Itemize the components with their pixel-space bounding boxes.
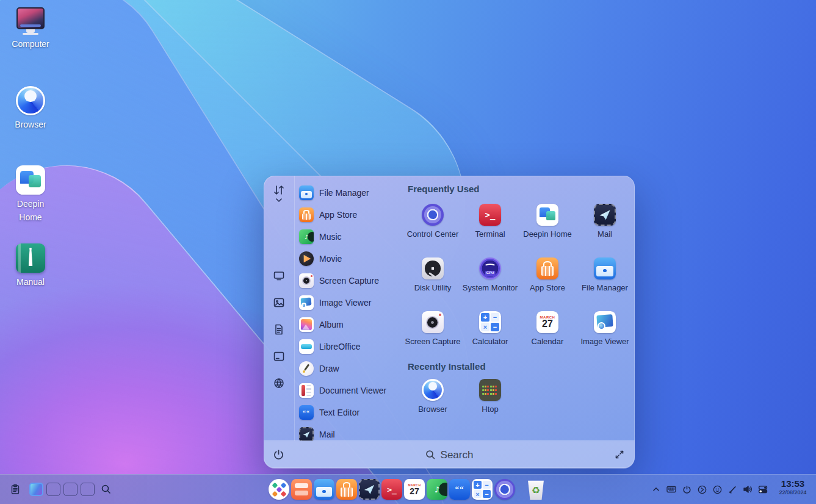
- chevron-up-icon[interactable]: [651, 484, 662, 495]
- app-list-item-music[interactable]: ♪ Music: [298, 226, 405, 248]
- grid-app-htop[interactable]: Htop: [461, 379, 519, 414]
- grid-app-terminal[interactable]: >_ Terminal: [461, 204, 519, 239]
- multitasking-view-icon[interactable]: [10, 484, 21, 495]
- grid-app-file-manager[interactable]: File Manager: [576, 257, 634, 293]
- desktop-icon-computer[interactable]: Computer: [9, 7, 52, 51]
- grid-app-screen-capture[interactable]: Screen Capture: [404, 311, 461, 347]
- app-list-item-movie[interactable]: Movie: [298, 248, 405, 270]
- app-list-item-album[interactable]: Album: [298, 314, 405, 336]
- workspace-preview-4[interactable]: [81, 483, 95, 496]
- desktop-icon-label: Computer: [12, 38, 49, 51]
- grid-app-browser[interactable]: Browser: [404, 379, 461, 414]
- app-list-item-text-editor[interactable]: ““ Text Editor: [298, 401, 405, 423]
- taskbar-left-group: [10, 475, 112, 504]
- app-store-icon[interactable]: [336, 479, 357, 500]
- clock-time: 13:53: [774, 478, 812, 489]
- desktop-icon-label: Manual: [16, 276, 45, 289]
- app-list-item-app-store[interactable]: App Store: [298, 204, 405, 226]
- power-icon[interactable]: [681, 484, 692, 495]
- launcher-category-rail: [264, 176, 295, 441]
- calculator-icon: [479, 311, 501, 333]
- app-label: Text Editor: [319, 408, 359, 417]
- screen-capture-icon: [299, 273, 314, 288]
- grid-app-app-store[interactable]: App Store: [519, 257, 576, 293]
- app-list-item-libreoffice[interactable]: LibreOffice: [298, 336, 405, 358]
- search-icon: [425, 450, 436, 460]
- calculator-icon[interactable]: [472, 479, 493, 500]
- keyboard-icon[interactable]: [666, 484, 677, 495]
- launcher-bottom-bar: Search: [264, 441, 635, 469]
- app-grid-icon[interactable]: [291, 479, 312, 500]
- category-terminal-icon[interactable]: [271, 348, 287, 364]
- taskbar-clock[interactable]: 13:53 22/08/2024: [774, 478, 812, 496]
- file-manager-icon: [299, 185, 314, 200]
- clock-date: 22/08/2024: [774, 489, 812, 496]
- app-store-icon: [299, 207, 314, 222]
- pen-icon[interactable]: [727, 484, 738, 495]
- deepin-home-icon: [16, 165, 45, 195]
- app-list-item-screen-capture[interactable]: Screen Capture: [298, 270, 405, 292]
- workspace-preview-3[interactable]: [63, 483, 78, 496]
- app-label: Movie: [319, 254, 342, 264]
- volume-icon[interactable]: [742, 484, 753, 495]
- grid-app-system-monitor[interactable]: CPU System Monitor: [461, 257, 519, 293]
- app-label: LibreOffice: [319, 342, 360, 351]
- trash-icon[interactable]: ♻: [525, 480, 546, 500]
- system-tray: [651, 475, 768, 504]
- assistant-icon[interactable]: [712, 484, 723, 495]
- mail-icon[interactable]: [359, 479, 380, 500]
- grid-app-disk-utility[interactable]: Disk Utility: [404, 257, 461, 293]
- app-list-item-image-viewer[interactable]: Image Viewer: [298, 292, 405, 314]
- text-editor-icon[interactable]: ““: [449, 479, 470, 500]
- file-manager-icon[interactable]: [314, 479, 334, 500]
- search-input[interactable]: Search: [264, 441, 635, 469]
- browser-icon: [422, 379, 444, 401]
- image-viewer-icon: [299, 295, 314, 310]
- app-list-item-file-manager[interactable]: File Manager: [298, 182, 405, 204]
- app-launcher-panel: File Manager App Store ♪ Music Movie Scr…: [264, 176, 635, 468]
- desktop-icon-browser[interactable]: Browser: [9, 86, 52, 132]
- app-store-icon: [536, 257, 558, 279]
- grid-app-calculator[interactable]: Calculator: [461, 311, 519, 347]
- workspace-previews: [29, 483, 95, 496]
- section-title-recently-installed: Recently Installed: [408, 361, 486, 372]
- grid-app-image-viewer[interactable]: Image Viewer: [576, 311, 634, 347]
- manual-icon: [16, 243, 45, 273]
- app-label: Draw: [319, 364, 339, 373]
- grid-app-calendar[interactable]: MARCH 27 Calendar: [519, 311, 576, 347]
- app-list-item-draw[interactable]: Draw: [298, 358, 405, 380]
- category-documents-icon[interactable]: [271, 322, 287, 337]
- desktop-icon-label: Browser: [15, 118, 46, 132]
- workspace-preview-2[interactable]: [46, 483, 60, 496]
- calendar-icon[interactable]: MARCH27: [404, 479, 425, 500]
- control-center-icon[interactable]: [494, 479, 515, 500]
- workspace-preview-1[interactable]: [29, 483, 43, 496]
- sort-arrows-icon[interactable]: [271, 183, 287, 204]
- launcher-app-list: File Manager App Store ♪ Music Movie Scr…: [298, 182, 405, 441]
- chevron-right-circle-icon[interactable]: [696, 484, 707, 495]
- fullscreen-expand-icon[interactable]: [614, 449, 625, 460]
- launcher-icon[interactable]: [269, 479, 289, 500]
- mail-icon: [594, 204, 616, 226]
- app-label: App Store: [319, 210, 357, 220]
- grid-app-deepin-home[interactable]: Deepin Home: [519, 204, 576, 239]
- app-list-item-document-viewer[interactable]: Document Viewer: [298, 380, 405, 401]
- search-icon[interactable]: [101, 484, 112, 495]
- toggles-icon[interactable]: [757, 484, 768, 495]
- category-display-icon[interactable]: [271, 268, 287, 284]
- app-label: System Monitor: [463, 283, 518, 293]
- app-label: Deepin Home: [523, 229, 572, 239]
- htop-icon: [479, 379, 501, 401]
- desktop-icon-manual[interactable]: Manual: [9, 243, 52, 289]
- music-icon[interactable]: ♪: [427, 479, 447, 500]
- desktop-icon-label: Deepin Home: [9, 198, 52, 224]
- grid-app-control-center[interactable]: Control Center: [404, 204, 461, 239]
- album-icon: [299, 317, 314, 332]
- grid-app-mail[interactable]: Mail: [576, 204, 634, 239]
- app-list-item-mail[interactable]: Mail: [298, 423, 405, 441]
- draw-icon: [299, 361, 314, 376]
- desktop-icon-deepin-home[interactable]: Deepin Home: [9, 165, 52, 224]
- category-graphics-icon[interactable]: [271, 295, 287, 311]
- category-others-icon[interactable]: [271, 375, 287, 391]
- terminal-icon[interactable]: >_: [381, 479, 402, 500]
